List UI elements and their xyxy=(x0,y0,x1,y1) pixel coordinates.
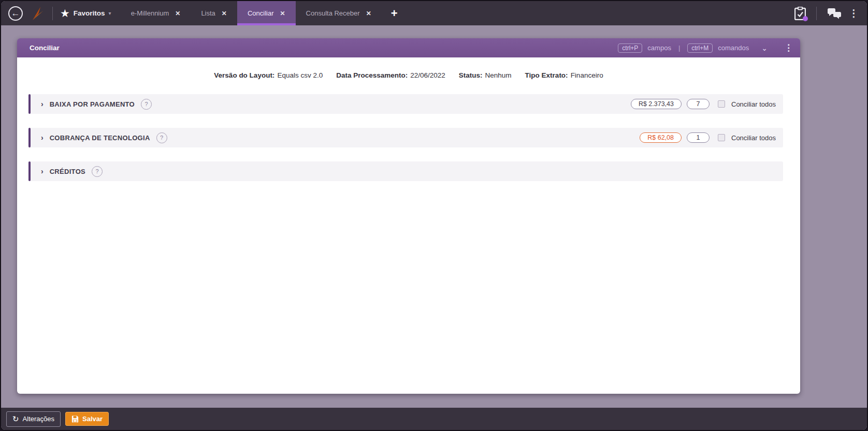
count-pill[interactable]: 7 xyxy=(687,99,710,109)
window-titlebar-actions: ctrl+P campos | ctrl+M comandos ⌄ ⋮ xyxy=(618,42,793,53)
info-label: Tipo Extrato: xyxy=(525,71,568,79)
top-bar-divider xyxy=(52,7,53,20)
alteracoes-button[interactable]: ↺ Alterações xyxy=(6,411,61,427)
checkbox-label: Conciliar todos xyxy=(731,100,776,108)
info-label: Status: xyxy=(459,71,483,79)
back-icon: ← xyxy=(11,8,20,19)
top-bar-divider xyxy=(816,7,817,20)
help-icon[interactable]: ? xyxy=(141,99,152,110)
notification-dot xyxy=(803,16,808,21)
salvar-label: Salvar xyxy=(82,415,103,423)
document-info-line: Versão do Layout: Equals csv 2.0 Data Pr… xyxy=(17,71,800,79)
tab-label: e-Millennium xyxy=(131,9,169,17)
bottom-action-bar: ↺ Alterações Salvar xyxy=(1,408,867,430)
close-icon[interactable]: ✕ xyxy=(366,10,371,17)
chat-bubbles-icon xyxy=(827,8,842,19)
back-button[interactable]: ← xyxy=(8,6,23,21)
tab-label: Lista xyxy=(201,9,215,17)
info-processing-date: Data Processamento: 22/06/2022 xyxy=(336,71,445,79)
section-baixa-por-pagamento[interactable]: › BAIXA POR PAGAMENTO ? R$ 2.373,43 7 Co… xyxy=(28,94,783,114)
info-layout-version: Versão do Layout: Equals csv 2.0 xyxy=(214,71,323,79)
amount-pill[interactable]: R$ 62,08 xyxy=(640,132,682,143)
top-bar-actions: ⋮ xyxy=(794,1,867,25)
checkbox-label: Conciliar todos xyxy=(731,134,776,142)
shortcut-commands-key: ctrl+M xyxy=(687,43,713,53)
shortcut-fields-label[interactable]: campos xyxy=(647,44,671,52)
tab-strip: e-Millennium ✕ Lista ✕ Conciliar ✕ Consu… xyxy=(121,1,407,25)
conciliar-todos-checkbox[interactable] xyxy=(718,134,725,141)
window-titlebar[interactable]: Conciliar ctrl+P campos | ctrl+M comando… xyxy=(17,38,800,57)
info-value: Nenhum xyxy=(485,71,512,79)
section-label: COBRANÇA DE TECNOLOGIA xyxy=(50,134,150,142)
section-cobranca-de-tecnologia[interactable]: › COBRANÇA DE TECNOLOGIA ? R$ 62,08 1 Co… xyxy=(28,128,783,147)
tab-consulta-receber[interactable]: Consulta Receber ✕ xyxy=(296,1,382,25)
tab-lista[interactable]: Lista ✕ xyxy=(191,1,237,25)
close-icon[interactable]: ✕ xyxy=(280,10,285,17)
help-icon[interactable]: ? xyxy=(92,166,103,177)
top-bar-left: ← ★ Favoritos ▾ xyxy=(1,1,121,25)
sections-list: › BAIXA POR PAGAMENTO ? R$ 2.373,43 7 Co… xyxy=(17,94,800,181)
expand-chevron-icon[interactable]: › xyxy=(41,133,44,142)
info-label: Versão do Layout: xyxy=(214,71,274,79)
shortcut-commands-label[interactable]: comandos xyxy=(718,44,749,52)
info-value: Equals csv 2.0 xyxy=(277,71,323,79)
tab-label: Conciliar xyxy=(248,9,274,17)
info-value: Financeiro xyxy=(571,71,603,79)
floppy-disk-icon xyxy=(71,415,79,423)
conciliar-window: Conciliar ctrl+P campos | ctrl+M comando… xyxy=(17,38,800,394)
section-summary: R$ 2.373,43 7 Conciliar todos xyxy=(631,99,776,109)
section-label: CRÉDITOS xyxy=(50,168,85,175)
shortcut-separator: | xyxy=(678,44,680,52)
plus-icon: + xyxy=(391,7,398,20)
desktop-area: Conciliar ctrl+P campos | ctrl+M comando… xyxy=(1,25,867,408)
close-icon[interactable]: ✕ xyxy=(175,10,180,17)
section-label: BAIXA POR PAGAMENTO xyxy=(50,100,135,108)
info-value: 22/06/2022 xyxy=(410,71,445,79)
expand-chevron-icon[interactable]: › xyxy=(41,100,44,108)
window-overflow-menu[interactable]: ⋮ xyxy=(784,42,793,53)
close-icon[interactable]: ✕ xyxy=(222,10,227,17)
amount-pill[interactable]: R$ 2.373,43 xyxy=(631,99,682,109)
tab-e-millennium[interactable]: e-Millennium ✕ xyxy=(121,1,191,25)
overflow-menu-button[interactable]: ⋮ xyxy=(849,8,859,18)
alteracoes-label: Alterações xyxy=(23,415,54,423)
info-label: Data Processamento: xyxy=(336,71,408,79)
history-icon: ↺ xyxy=(12,414,19,424)
window-body: Versão do Layout: Equals csv 2.0 Data Pr… xyxy=(17,57,800,394)
shortcut-fields-key: ctrl+P xyxy=(618,43,642,53)
info-extract-type: Tipo Extrato: Financeiro xyxy=(525,71,603,79)
tab-conciliar[interactable]: Conciliar ✕ xyxy=(237,1,296,25)
tasks-button[interactable] xyxy=(794,7,806,20)
section-creditos[interactable]: › CRÉDITOS ? xyxy=(28,161,783,181)
messages-button[interactable] xyxy=(827,8,842,19)
collapse-chevron-icon[interactable]: ⌄ xyxy=(761,44,768,52)
star-icon: ★ xyxy=(60,7,70,20)
conciliar-todos-checkbox[interactable] xyxy=(718,100,725,108)
help-icon[interactable]: ? xyxy=(156,132,167,143)
chevron-down-icon: ▾ xyxy=(109,10,111,16)
count-pill[interactable]: 1 xyxy=(687,132,710,143)
salvar-button[interactable]: Salvar xyxy=(65,412,109,426)
favorites-label: Favoritos xyxy=(74,9,105,17)
app-screen: ← ★ Favoritos ▾ e-Millennium ✕ Lista xyxy=(0,0,868,431)
info-status: Status: Nenhum xyxy=(459,71,512,79)
app-logo-icon[interactable] xyxy=(30,6,44,21)
section-summary: R$ 62,08 1 Conciliar todos xyxy=(640,132,776,143)
top-bar: ← ★ Favoritos ▾ e-Millennium ✕ Lista xyxy=(1,1,867,25)
window-title: Conciliar xyxy=(30,44,60,52)
expand-chevron-icon[interactable]: › xyxy=(41,167,44,175)
tab-label: Consulta Receber xyxy=(306,9,360,17)
favorites-menu[interactable]: ★ Favoritos ▾ xyxy=(60,7,111,20)
new-tab-button[interactable]: + xyxy=(382,1,407,25)
